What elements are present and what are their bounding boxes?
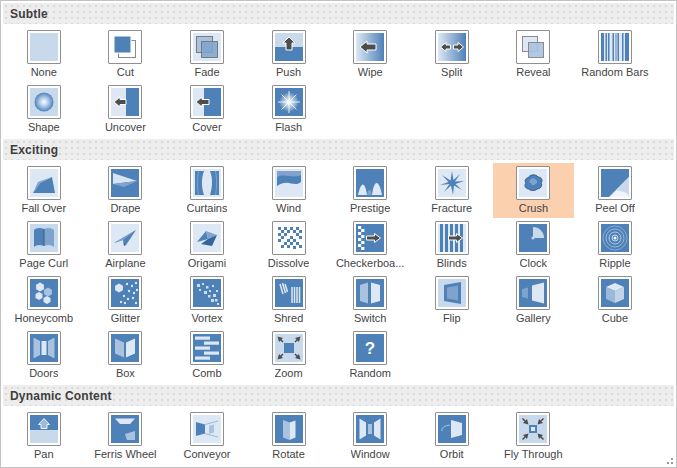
switch-icon [353,276,387,310]
transition-push[interactable]: Push [248,27,330,82]
transition-doors[interactable]: Doors [3,328,85,383]
page-curl-icon [27,221,61,255]
transition-random[interactable]: ?Random [329,328,411,383]
transition-shape[interactable]: Shape [3,82,85,137]
resize-grip-icon[interactable] [665,456,674,465]
wind-icon [272,166,306,200]
transition-fade[interactable]: Fade [166,27,248,82]
transition-prestige[interactable]: Prestige [329,163,411,218]
glitter-icon [108,276,142,310]
cut-icon [108,30,142,64]
transition-conveyor[interactable]: Conveyor [166,409,248,464]
transition-dissolve[interactable]: Dissolve [248,218,330,273]
transitions-gallery: SubtleNoneCutFadePushWipeSplitRevealRand… [0,0,677,468]
transition-label: Switch [354,312,386,324]
transition-cube[interactable]: Cube [574,273,656,328]
box-icon [108,331,142,365]
transition-flash[interactable]: Flash [248,82,330,137]
fall-over-icon [27,166,61,200]
transition-label: Origami [188,257,227,269]
transition-label: Split [441,66,462,78]
transition-label: Clock [520,257,548,269]
transition-rotate[interactable]: Rotate [248,409,330,464]
transition-ripple[interactable]: Ripple [574,218,656,273]
transition-label: Ripple [599,257,630,269]
drape-icon [108,166,142,200]
transition-drape[interactable]: Drape [85,163,167,218]
transition-fall-over[interactable]: Fall Over [3,163,85,218]
section-header-subtle: Subtle [3,3,674,24]
transition-window[interactable]: Window [329,409,411,464]
transition-glitter[interactable]: Glitter [85,273,167,328]
transition-label: Peel Off [595,202,635,214]
transition-crush[interactable]: Crush [493,163,575,218]
flash-icon [272,85,306,119]
prestige-icon [353,166,387,200]
transition-curtains[interactable]: Curtains [166,163,248,218]
transition-cover[interactable]: Cover [166,82,248,137]
blinds-icon [435,221,469,255]
transition-vortex[interactable]: Vortex [166,273,248,328]
transition-clock[interactable]: Clock [493,218,575,273]
peel-off-icon [598,166,632,200]
section-items: PanFerris WheelConveyorRotateWindowOrbit… [1,409,676,464]
transition-random-bars[interactable]: Random Bars [574,27,656,82]
transition-label: Airplane [105,257,145,269]
conveyor-icon [190,412,224,446]
cube-icon [598,276,632,310]
orbit-icon [435,412,469,446]
transition-label: Curtains [187,202,228,214]
transition-peel-off[interactable]: Peel Off [574,163,656,218]
transition-label: Wind [276,202,301,214]
section-header-exciting: Exciting [3,139,674,160]
transition-pan[interactable]: Pan [3,409,85,464]
transition-label: Fade [194,66,219,78]
transition-wind[interactable]: Wind [248,163,330,218]
transition-label: Prestige [350,202,390,214]
transition-wipe[interactable]: Wipe [329,27,411,82]
curtains-icon [190,166,224,200]
transition-reveal[interactable]: Reveal [493,27,575,82]
transition-fly-through[interactable]: Fly Through [493,409,575,464]
transition-checkerboa[interactable]: Checkerboa... [329,218,411,273]
airplane-icon [108,221,142,255]
section-title: Exciting [10,143,58,157]
transition-flip[interactable]: Flip [411,273,493,328]
checkerboard-icon [353,221,387,255]
transition-gallery[interactable]: Gallery [493,273,575,328]
transition-none[interactable]: None [3,27,85,82]
transition-label: Orbit [440,448,464,460]
transition-comb[interactable]: Comb [166,328,248,383]
transition-cut[interactable]: Cut [85,27,167,82]
transition-shred[interactable]: Shred [248,273,330,328]
transition-fracture[interactable]: Fracture [411,163,493,218]
transition-label: Fracture [431,202,472,214]
transition-uncover[interactable]: Uncover [85,82,167,137]
zoom-icon [272,331,306,365]
crush-icon [516,166,550,200]
transition-label: Cover [192,121,221,133]
transition-split[interactable]: Split [411,27,493,82]
transition-label: Push [276,66,301,78]
transition-airplane[interactable]: Airplane [85,218,167,273]
transition-zoom[interactable]: Zoom [248,328,330,383]
wipe-icon [353,30,387,64]
transition-orbit[interactable]: Orbit [411,409,493,464]
window-icon [353,412,387,446]
origami-icon [190,221,224,255]
transition-label: Zoom [275,367,303,379]
section-title: Subtle [10,7,48,21]
transition-honeycomb[interactable]: Honeycomb [3,273,85,328]
clock-icon [516,221,550,255]
svg-text:?: ? [365,339,375,358]
vortex-icon [190,276,224,310]
transition-ferris-wheel[interactable]: Ferris Wheel [85,409,167,464]
transition-switch[interactable]: Switch [329,273,411,328]
fade-icon [190,30,224,64]
transition-page-curl[interactable]: Page Curl [3,218,85,273]
transition-box[interactable]: Box [85,328,167,383]
transition-label: Shred [274,312,303,324]
shape-icon [27,85,61,119]
transition-blinds[interactable]: Blinds [411,218,493,273]
transition-origami[interactable]: Origami [166,218,248,273]
